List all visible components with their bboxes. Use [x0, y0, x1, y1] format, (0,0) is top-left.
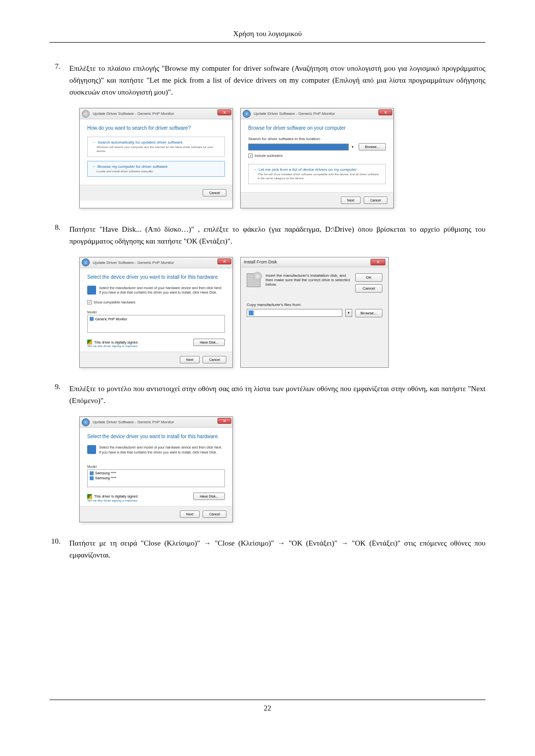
window-title: Update Driver Software - Generic PnP Mon… [254, 111, 335, 116]
cancel-button[interactable]: Cancel [203, 189, 226, 197]
header-divider [50, 42, 485, 43]
list-item-label: Samsung **** [95, 471, 116, 475]
signing-info-link[interactable]: Tell me why driver signing is important [87, 499, 138, 502]
step-number: 8. [50, 223, 69, 247]
dialog-heading: Select the device driver you want to ins… [87, 434, 225, 439]
option-title: Search automatically for updated driver … [98, 140, 183, 145]
titlebar: ‹ Update Driver Software - Generic PnP M… [241, 108, 393, 119]
shield-icon [87, 494, 92, 499]
dialog-heading: Browse for driver software on your compu… [248, 125, 386, 131]
model-listbox[interactable]: Generic PnP Monitor [87, 315, 225, 333]
close-icon[interactable]: ✕ [378, 109, 392, 115]
dialog-select-driver: ‹ Update Driver Software - Generic PnP M… [79, 257, 233, 368]
arrow-icon: → [92, 164, 96, 169]
step-10: 10. Πατήστε με τη σειρά "Close (Κλείσιμο… [50, 537, 485, 561]
option-title: Browse my computer for driver software [98, 164, 167, 169]
back-button[interactable]: ‹ [82, 418, 90, 426]
shield-icon [87, 340, 92, 345]
back-button[interactable]: ‹ [243, 110, 251, 118]
copy-from-label: Copy manufacturer's files from: [247, 302, 382, 307]
window-title: Update Driver Software - Generic PnP Mon… [93, 420, 174, 424]
option-title: Let me pick from a list of device driver… [259, 167, 357, 172]
back-button[interactable]: ‹ [82, 258, 90, 266]
window-title: Update Driver Software - Generic PnP Mon… [93, 111, 174, 116]
step-7: 7. Επιλέξτε το πλαίσιο επιλογής "Browse … [50, 62, 485, 98]
signed-text: This driver is digitally signed. [94, 341, 138, 344]
option-search-auto[interactable]: →Search automatically for updated driver… [87, 137, 225, 157]
option-desc: This list will show installed driver sof… [258, 173, 381, 181]
list-item-label: Samsung **** [95, 476, 116, 480]
list-item-label: Generic PnP Monitor [95, 317, 127, 321]
instruction-text: Select the manufacturer and model of you… [99, 445, 225, 455]
copy-from-combo[interactable] [247, 309, 342, 317]
include-subfolders-checkbox[interactable]: ✓ [248, 153, 253, 158]
disk-icon [247, 273, 261, 287]
page-header: Χρήση του λογισμικού [50, 30, 485, 38]
model-listbox[interactable]: Samsung **** Samsung **** [87, 469, 225, 487]
step-number: 9. [50, 383, 69, 406]
ok-button[interactable]: OK [355, 273, 382, 282]
step-number: 7. [50, 62, 69, 98]
search-location-label: Search for driver software in this locat… [248, 137, 386, 141]
folder-icon [249, 310, 254, 315]
device-icon [87, 445, 96, 454]
option-pick-from-list[interactable]: →Let me pick from a list of device drive… [248, 164, 386, 184]
monitor-icon [90, 317, 94, 321]
dialog-select-model: ‹ Update Driver Software - Generic PnP M… [79, 416, 233, 522]
arrow-icon: → [92, 140, 96, 145]
monitor-icon [90, 471, 94, 475]
model-column-header: Model [87, 310, 225, 314]
dropdown-arrow-icon[interactable]: ▾ [345, 309, 352, 317]
signed-text: This driver is digitally signed. [94, 495, 138, 498]
titlebar: ‹ Update Driver Software - Generic PnP M… [80, 417, 232, 428]
close-icon[interactable]: ✕ [217, 109, 231, 115]
close-icon[interactable]: ✕ [217, 258, 231, 264]
close-icon[interactable]: ✕ [217, 418, 231, 424]
dialog-heading: How do you want to search for driver sof… [87, 125, 225, 131]
back-button[interactable]: ‹ [82, 110, 90, 118]
step-number: 10. [50, 537, 69, 561]
titlebar: Install From Disk ✕ [241, 257, 388, 267]
have-disk-button[interactable]: Have Disk... [193, 339, 225, 346]
location-input[interactable] [248, 144, 349, 151]
dropdown-arrow-icon[interactable]: ▾ [352, 145, 354, 149]
dialog-browse-driver: ‹ Update Driver Software - Generic PnP M… [240, 108, 394, 208]
browse-button[interactable]: Browse... [359, 143, 386, 151]
titlebar: ‹ Update Driver Software - Generic PnP M… [80, 257, 232, 268]
option-browse-computer[interactable]: →Browse my computer for driver software … [87, 161, 225, 177]
cancel-button[interactable]: Cancel [203, 356, 226, 363]
page-footer: 22 [50, 700, 485, 712]
signing-info-link[interactable]: Tell me why driver signing is important [87, 345, 138, 348]
titlebar: ‹ Update Driver Software - Generic PnP M… [80, 108, 232, 119]
show-compatible-checkbox[interactable]: ✓ [87, 300, 92, 304]
have-disk-button[interactable]: Have Disk... [193, 493, 225, 500]
list-item[interactable]: Samsung **** [89, 471, 223, 476]
dialog-search-driver: ‹ Update Driver Software - Generic PnP M… [79, 108, 233, 208]
step-text: Πατήστε με τη σειρά "Close (Κλείσιμο)" →… [69, 537, 485, 561]
next-button[interactable]: Next [341, 197, 361, 204]
browse-button[interactable]: Browse... [355, 309, 382, 317]
monitor-icon [90, 476, 94, 480]
step-text: Επιλέξτε το μοντέλο που αντιστοιχεί στην… [69, 383, 485, 406]
instruction-text: Select the manufacturer and model of you… [99, 286, 225, 296]
step-text: Επιλέξτε το πλαίσιο επιλογής "Browse my … [69, 62, 485, 98]
next-button[interactable]: Next [180, 356, 200, 363]
page-number: 22 [264, 704, 271, 712]
checkbox-label: Include subfolders [255, 154, 283, 157]
close-icon[interactable]: ✕ [371, 259, 385, 265]
list-item[interactable]: Generic PnP Monitor [89, 316, 223, 321]
cancel-button[interactable]: Cancel [203, 510, 226, 518]
dialog-heading: Select the device driver you want to ins… [87, 274, 225, 280]
instruction-text: Insert the manufacturer's installation d… [266, 273, 350, 287]
list-item[interactable]: Samsung **** [89, 476, 223, 481]
step-8: 8. Πατήστε "Have Disk... (Από δίσκο…)" ,… [50, 223, 485, 247]
cancel-button[interactable]: Cancel [355, 284, 382, 293]
next-button[interactable]: Next [180, 510, 200, 518]
checkbox-label: Show compatible hardware [94, 301, 135, 304]
window-title: Update Driver Software - Generic PnP Mon… [93, 260, 174, 265]
step-text: Πατήστε "Have Disk... (Από δίσκο…)" , επ… [69, 223, 485, 247]
model-column-header: Model [87, 465, 225, 468]
cancel-button[interactable]: Cancel [364, 197, 387, 204]
option-desc: Locate and install driver software manua… [97, 170, 220, 174]
dialog-install-from-disk: Install From Disk ✕ Insert the manufactu… [240, 257, 389, 368]
